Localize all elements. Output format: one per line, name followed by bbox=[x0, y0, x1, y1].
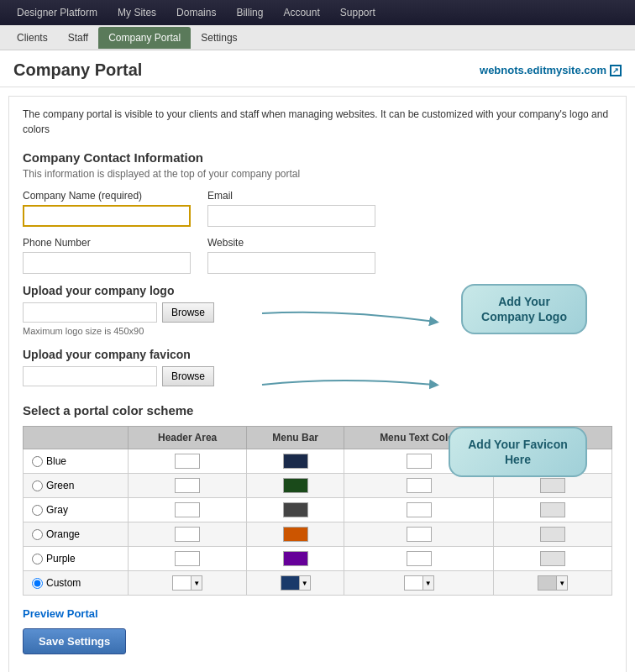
row-gray-header bbox=[129, 498, 247, 522]
row-purple-bg bbox=[494, 547, 612, 571]
nav-designer-platform[interactable]: Designer Platform bbox=[7, 2, 108, 24]
website-input[interactable] bbox=[207, 252, 375, 274]
email-label: Email bbox=[207, 190, 375, 202]
logo-file-input[interactable] bbox=[23, 302, 157, 323]
email-group: Email bbox=[207, 190, 375, 227]
gray-text-swatch bbox=[407, 502, 432, 517]
orange-header-swatch bbox=[175, 527, 200, 542]
email-input[interactable] bbox=[207, 205, 375, 227]
main-content-box: The company portal is visible to your cl… bbox=[8, 96, 627, 672]
company-name-label: Company Name (required) bbox=[23, 190, 191, 202]
subnav-company-portal[interactable]: Company Portal bbox=[98, 27, 191, 49]
radio-gray-label[interactable]: Gray bbox=[32, 504, 121, 516]
nav-billing[interactable]: Billing bbox=[226, 2, 273, 24]
nav-support[interactable]: Support bbox=[330, 2, 386, 24]
action-area: Preview Portal Save Settings bbox=[23, 607, 612, 668]
radio-purple[interactable] bbox=[32, 554, 43, 564]
info-text: The company portal is visible to your cl… bbox=[23, 107, 612, 137]
table-row: Orange bbox=[24, 522, 612, 547]
custom-header-arrow-icon: ▼ bbox=[192, 580, 202, 587]
row-custom-text[interactable]: ▼ bbox=[344, 571, 494, 596]
preview-portal-link[interactable]: Preview Portal bbox=[23, 607, 612, 620]
row-custom-menu[interactable]: ▼ bbox=[247, 571, 344, 596]
company-contact-title: Company Contact Information bbox=[23, 150, 612, 165]
gray-bg-swatch bbox=[540, 502, 565, 517]
company-contact-subtitle: This information is displayed at the top… bbox=[23, 168, 612, 180]
logo-browse-button[interactable]: Browse bbox=[162, 302, 214, 323]
radio-gray[interactable] bbox=[32, 505, 43, 516]
custom-header-picker[interactable]: ▼ bbox=[135, 575, 239, 591]
table-row: Purple bbox=[24, 547, 612, 571]
subnav-settings[interactable]: Settings bbox=[191, 27, 247, 49]
row-gray-bg bbox=[494, 498, 612, 522]
custom-text-swatch bbox=[405, 576, 423, 590]
company-name-group: Company Name (required) bbox=[23, 190, 191, 227]
radio-gray-text: Gray bbox=[46, 504, 68, 516]
custom-menu-picker[interactable]: ▼ bbox=[254, 575, 337, 591]
favicon-upload-title: Upload your company favicon bbox=[23, 348, 612, 361]
nav-my-sites[interactable]: My Sites bbox=[108, 2, 166, 24]
top-navigation: Designer Platform My Sites Domains Billi… bbox=[0, 0, 635, 25]
website-group: Website bbox=[207, 237, 375, 274]
radio-green-text: Green bbox=[46, 480, 74, 491]
radio-custom-label[interactable]: Custom bbox=[32, 577, 121, 589]
row-green-header bbox=[129, 474, 247, 498]
row-orange-header bbox=[129, 522, 247, 547]
row-green-label: Green bbox=[24, 474, 129, 498]
radio-blue-label[interactable]: Blue bbox=[32, 455, 121, 467]
row-blue-label: Blue bbox=[24, 449, 129, 474]
row-orange-menu bbox=[247, 522, 344, 547]
custom-text-picker[interactable]: ▼ bbox=[351, 575, 486, 591]
row-custom-label: Custom bbox=[24, 571, 129, 596]
favicon-upload-section: Upload your company favicon Browse bbox=[23, 348, 612, 386]
site-link[interactable]: webnots.editmysite.com ↗ bbox=[480, 64, 622, 76]
row-custom-bg[interactable]: ▼ bbox=[494, 571, 612, 596]
nav-account[interactable]: Account bbox=[273, 2, 329, 24]
purple-text-swatch bbox=[407, 551, 432, 566]
radio-orange[interactable] bbox=[32, 529, 43, 540]
form-row-1: Company Name (required) Email bbox=[23, 190, 612, 227]
row-custom-header[interactable]: ▼ bbox=[129, 571, 247, 596]
save-settings-button[interactable]: Save Settings bbox=[23, 628, 126, 654]
phone-input[interactable] bbox=[23, 252, 191, 274]
favicon-browse-button[interactable]: Browse bbox=[162, 366, 214, 386]
custom-bg-picker[interactable]: ▼ bbox=[501, 575, 605, 591]
radio-green-label[interactable]: Green bbox=[32, 480, 121, 491]
custom-bg-swatch bbox=[538, 576, 557, 590]
row-gray-label: Gray bbox=[24, 498, 129, 522]
radio-green[interactable] bbox=[32, 480, 43, 491]
sub-navigation: Clients Staff Company Portal Settings bbox=[0, 25, 635, 50]
favicon-file-input[interactable] bbox=[23, 366, 157, 386]
company-contact-section: Company Contact Information This informa… bbox=[23, 150, 612, 274]
radio-purple-label[interactable]: Purple bbox=[32, 553, 121, 564]
phone-group: Phone Number bbox=[23, 237, 191, 274]
favicon-upload-row: Browse bbox=[23, 366, 612, 386]
custom-menu-picker-btn[interactable]: ▼ bbox=[281, 575, 311, 591]
custom-header-picker-btn[interactable]: ▼ bbox=[172, 575, 202, 591]
custom-bg-picker-btn[interactable]: ▼ bbox=[538, 575, 568, 591]
row-orange-bg bbox=[494, 522, 612, 547]
custom-menu-arrow-icon: ▼ bbox=[300, 580, 310, 587]
radio-custom[interactable] bbox=[32, 578, 43, 589]
row-blue-menu bbox=[247, 449, 344, 474]
nav-domains[interactable]: Domains bbox=[166, 2, 226, 24]
row-orange-label: Orange bbox=[24, 522, 129, 547]
site-link-text: webnots.editmysite.com bbox=[480, 64, 606, 76]
row-purple-text bbox=[344, 547, 494, 571]
company-name-input[interactable] bbox=[23, 205, 191, 227]
blue-menu-swatch bbox=[283, 454, 308, 469]
blue-header-swatch bbox=[175, 454, 200, 469]
radio-orange-label[interactable]: Orange bbox=[32, 528, 121, 540]
col-header-name bbox=[24, 427, 129, 449]
green-header-swatch bbox=[175, 478, 200, 493]
orange-bg-swatch bbox=[540, 527, 565, 542]
row-purple-menu bbox=[247, 547, 344, 571]
green-bg-swatch bbox=[540, 478, 565, 493]
radio-blue[interactable] bbox=[32, 456, 43, 467]
subnav-staff[interactable]: Staff bbox=[58, 27, 98, 49]
custom-text-picker-btn[interactable]: ▼ bbox=[404, 575, 434, 591]
subnav-clients[interactable]: Clients bbox=[7, 27, 58, 49]
gray-header-swatch bbox=[175, 502, 200, 517]
col-header-area: Header Area bbox=[129, 427, 247, 449]
table-row: Custom ▼ bbox=[24, 571, 612, 596]
